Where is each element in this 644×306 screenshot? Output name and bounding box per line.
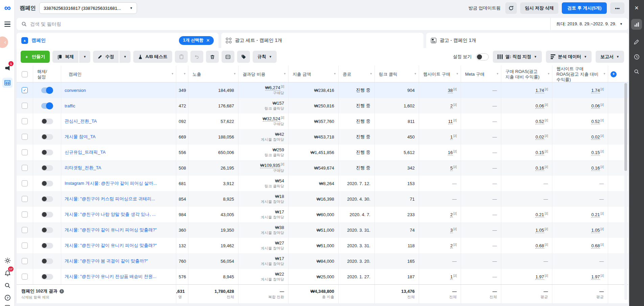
campaign-toggle[interactable] [41, 150, 53, 155]
sort-caret-icon[interactable]: ▼ [370, 72, 372, 76]
sort-caret-icon[interactable]: ▼ [547, 72, 550, 76]
cost-per-result[interactable]: ₩6,274[2]구매당 [238, 85, 288, 96]
campaign-name-link[interactable]: 게시물: "@친구야 유니키 전상품 배송비 천원... [65, 274, 156, 280]
campaign-toggle[interactable] [41, 87, 53, 93]
sort-caret-icon[interactable]: ▼ [456, 72, 459, 76]
cost-per-result[interactable]: ₩32,524[2]구매당 [238, 116, 288, 127]
selected-count-pill[interactable]: 1개 선택함 ✕ [179, 36, 214, 45]
table-row[interactable]: 게시물: "@친구야 나랑 양말 맞출 생각 있나, ...98443,005₩… [17, 207, 628, 222]
table-row[interactable]: 게시물: "@친구야 커스텀 피어싱으로 귀테리...8548,925₩18게시… [17, 191, 628, 207]
sort-caret-icon[interactable]: ▼ [283, 72, 286, 76]
edit-panel-nav[interactable] [629, 36, 644, 47]
billing-nav[interactable] [0, 303, 15, 306]
campaign-toggle[interactable] [41, 103, 53, 109]
row-checkbox[interactable] [22, 165, 28, 171]
campaign-toggle[interactable] [41, 227, 53, 233]
close-panel-icon[interactable]: × [629, 4, 644, 12]
campaign-toggle[interactable] [41, 119, 53, 124]
table-row[interactable]: 게시물: "@친구야 같이 유니키 피어싱 맞출래?"36019,350₩38게… [17, 222, 628, 238]
delete-button[interactable] [206, 51, 219, 63]
purchase-roas-value[interactable]: 0.68[2] [501, 243, 552, 248]
website-purchases-value[interactable]: 16[2] [419, 150, 461, 155]
table-row[interactable]: Instagram 게시물: @친구야 같이 피어싱 살까...6813,912… [17, 176, 628, 191]
column-header-end[interactable]: 종료▼ [339, 66, 375, 82]
campaign-toggle[interactable] [41, 274, 53, 280]
settings-nav[interactable] [0, 255, 15, 265]
campaign-name-link[interactable]: 관심사_전환_TA [65, 118, 97, 124]
campaign-name-link[interactable]: 게시물: "@친구야 봄 귀걸이 같이 맞출까?" [65, 258, 148, 264]
campaign-name-link[interactable]: 리타겟팅_전환_TA [65, 165, 101, 171]
search-input[interactable] [30, 21, 546, 27]
campaign-toggle[interactable] [41, 258, 53, 264]
purchase-roas-value[interactable]: 1.05[2] [501, 227, 552, 233]
website-purchase-roas-value[interactable]: 0.21[2] [552, 212, 608, 217]
campaign-name-link[interactable]: conversion [65, 88, 86, 93]
row-checkbox[interactable]: ✓ [22, 87, 28, 93]
row-checkbox[interactable] [22, 243, 28, 249]
ab-test-button[interactable]: A/B 테스트 [133, 51, 172, 63]
campaigns-table-nav[interactable] [0, 78, 15, 88]
row-checkbox[interactable] [22, 196, 28, 202]
rail-search-nav[interactable] [0, 280, 15, 290]
sort-caret-icon[interactable]: ▼ [183, 72, 186, 76]
website-purchase-roas-value[interactable]: 1.97[2] [552, 274, 608, 279]
duplicate-button[interactable]: 복제 [52, 51, 78, 63]
add-column-icon[interactable]: + [611, 71, 617, 77]
purchase-roas-value[interactable]: 0.52[2] [501, 119, 552, 124]
columns-button[interactable]: 열: 직접 지정▼ [493, 51, 542, 63]
website-purchase-roas-value[interactable]: 0.15[2] [552, 150, 608, 155]
campaign-name-link[interactable]: 게시물: "@친구야 나랑 양말 맞출 생각 있나, ... [65, 211, 156, 218]
row-checkbox[interactable] [22, 274, 28, 280]
publish-button[interactable]: 검토 후 게시(5개) [562, 2, 607, 14]
scrollbar-thumb[interactable] [624, 83, 627, 171]
row-checkbox[interactable] [22, 258, 28, 264]
tab-ad-sets[interactable]: 광고 세트 - 캠페인 1개 [221, 33, 423, 48]
column-header-frag[interactable]: ▼ [176, 66, 188, 82]
row-checkbox[interactable] [22, 134, 28, 140]
close-icon[interactable]: ✕ [206, 38, 210, 43]
vertical-scrollbar[interactable] [624, 83, 627, 300]
campaign-toggle[interactable] [41, 134, 53, 140]
purchase-roas-value[interactable]: 0.21[2] [501, 212, 552, 217]
campaign-toggle[interactable] [41, 181, 53, 186]
table-row[interactable]: ✓conversion349184,498₩6,274[2]구매당₩238,41… [17, 82, 628, 98]
tag-button[interactable] [237, 51, 250, 63]
sort-caret-icon[interactable]: ▼ [496, 72, 499, 76]
website-purchases-value[interactable]: 2[2] [419, 212, 461, 217]
website-purchases-value[interactable]: 3[2] [419, 227, 461, 233]
column-header-imp[interactable]: 노출▼ [188, 66, 238, 82]
campaign-toggle[interactable] [41, 212, 53, 218]
table-row[interactable]: 게시물: "@친구야 유니키 전상품 배송비 천원...5768,945₩22게… [17, 269, 628, 284]
column-header-spend[interactable]: 지출 금액▼ [289, 66, 339, 82]
website-purchases-value[interactable]: 11[2] [419, 119, 461, 124]
purchase-roas-value[interactable]: 1.74[2] [501, 87, 552, 93]
website-purchase-roas-value[interactable]: 0.52[2] [552, 119, 608, 124]
info-icon[interactable]: i [60, 289, 64, 294]
tab-campaigns[interactable]: ▲ 캠페인 1개 선택함 ✕ [17, 33, 218, 48]
website-purchases-value[interactable]: 2[2] [419, 243, 461, 248]
purchase-roas-value[interactable]: 0.02[2] [501, 134, 552, 139]
paste-button[interactable] [175, 51, 188, 63]
campaign-name-link[interactable]: 신규유입_트래픽_TA [65, 149, 106, 155]
website-purchase-roas-value[interactable]: 1.74[2] [552, 87, 608, 93]
table-row[interactable]: 게시물 참여_TA669188,056₩42게시물 참여당₩453,718진행 … [17, 129, 628, 145]
ads-manager-icon[interactable]: 1 [0, 63, 15, 73]
website-purchase-roas-value[interactable]: 0.68[2] [552, 243, 608, 248]
campaign-name-link[interactable]: 게시물 참여_TA [65, 134, 96, 140]
column-header-roas[interactable]: 구매 ROAS(광고 지출 대비 수익률)▼ [501, 66, 552, 82]
campaign-name-link[interactable]: 게시물: "@친구야 같이 유니키 피어싱 맞출래?" [65, 243, 157, 249]
campaign-name-link[interactable]: traffic [65, 103, 75, 108]
row-checkbox[interactable] [22, 103, 28, 109]
create-button[interactable]: + 만들기 [21, 51, 50, 63]
column-header-cpr[interactable]: 결과당 비용▼ [238, 66, 289, 82]
refresh-button[interactable] [505, 2, 517, 14]
cost-per-result[interactable]: ₩109,935[2]구매당 [238, 162, 288, 173]
row-checkbox[interactable] [22, 180, 28, 186]
website-purchases-value[interactable]: 2[2] [419, 103, 461, 108]
table-row[interactable]: 리타겟팅_전환_TA50826,195₩109,935[2]구매당₩549,67… [17, 160, 628, 176]
report-button[interactable]: 보고서▼ [596, 51, 624, 63]
purchase-roas-value[interactable]: 0.06[2] [501, 103, 552, 108]
date-range-selector[interactable]: 최대: 2019. 8. 29.~2022. 9. 29. ▼ [550, 18, 628, 30]
table-row[interactable]: 신규유입_트래픽_TA556650,006₩259링크 클릭당₩1,451,85… [17, 145, 628, 160]
table-row[interactable]: traffic472176,687₩157링크 클릭당₩250,816진행 중1… [17, 98, 628, 113]
